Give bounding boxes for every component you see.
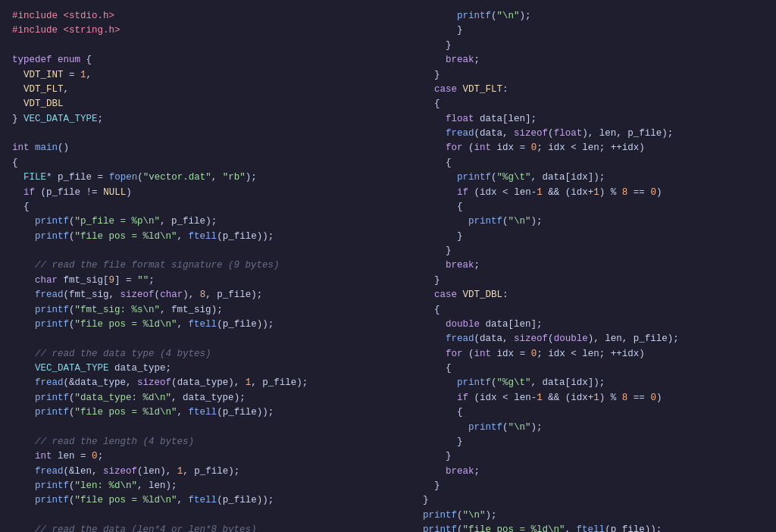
right-code: printf("\n"); } } break; } case VDT_FLT:…	[400, 9, 764, 532]
right-code-panel: printf("\n"); } } break; } case VDT_FLT:…	[388, 0, 776, 532]
left-code-panel: #include <stdio.h> #include <string.h> t…	[0, 0, 388, 532]
left-code: #include <stdio.h> #include <string.h> t…	[12, 9, 376, 532]
